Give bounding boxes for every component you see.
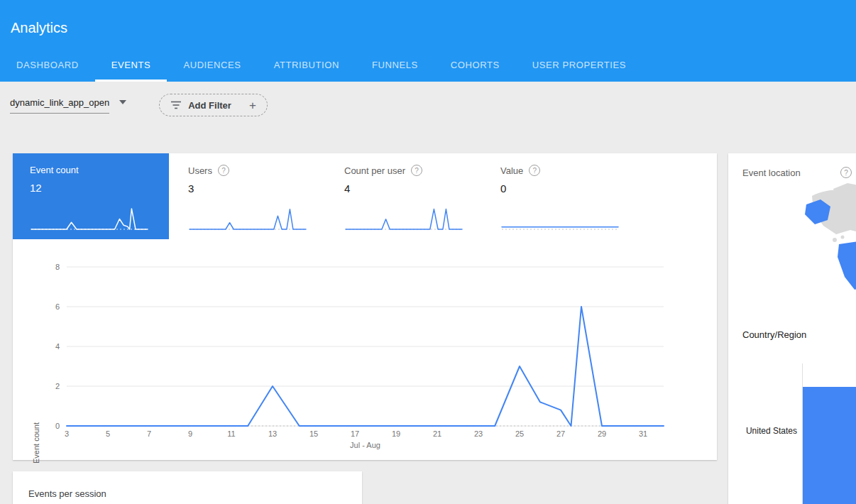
metric-label: Value (500, 165, 523, 176)
dropdown-caret-icon (119, 100, 126, 104)
app-header: Analytics DASHBOARD EVENTS AUDIENCES ATT… (0, 0, 856, 82)
map-island-dot (841, 236, 845, 239)
map-united-states-shape[interactable] (838, 240, 856, 290)
users-sparkline (188, 202, 307, 235)
svg-text:6: 6 (55, 302, 60, 311)
svg-text:31: 31 (639, 429, 647, 438)
map-island-dot (833, 238, 837, 242)
tab-cohorts[interactable]: COHORTS (434, 50, 516, 82)
tab-funnels[interactable]: FUNNELS (356, 50, 434, 82)
svg-text:7: 7 (147, 429, 151, 438)
events-per-session-card: Events per session (13, 471, 362, 504)
svg-text:11: 11 (227, 429, 235, 438)
svg-text:3: 3 (65, 429, 69, 438)
metric-tile-value[interactable]: Value ? 0 (494, 153, 650, 239)
metric-tile-event-count[interactable]: Event count 12 (13, 153, 169, 239)
metric-tile-count-per-user[interactable]: Count per user ? 4 (338, 153, 494, 239)
add-filter-label: Add Filter (188, 100, 231, 111)
svg-text:25: 25 (515, 429, 524, 438)
svg-text:19: 19 (392, 429, 400, 438)
svg-text:4: 4 (55, 342, 60, 351)
events-per-session-title: Events per session (13, 471, 362, 499)
metric-value: 4 (344, 182, 494, 195)
add-filter-button[interactable]: Add Filter + (159, 94, 268, 116)
metric-tile-users[interactable]: Users ? 3 (182, 153, 338, 239)
svg-text:17: 17 (351, 429, 359, 438)
help-icon[interactable]: ? (218, 165, 229, 176)
metric-label: Count per user (344, 165, 405, 176)
event-location-title: Event location (742, 168, 801, 178)
count-per-user-sparkline (344, 202, 463, 235)
tab-attribution[interactable]: ATTRIBUTION (258, 50, 356, 82)
tab-audiences[interactable]: AUDIENCES (167, 50, 257, 82)
metric-label: Event count (30, 165, 79, 175)
event-location-card: Event location ? Country/Region United S… (728, 153, 856, 504)
metric-value: 0 (500, 182, 650, 195)
help-icon[interactable]: ? (840, 167, 852, 178)
country-bar-label: United States (728, 426, 797, 436)
filter-icon (170, 100, 182, 110)
metric-label: Users (188, 165, 212, 176)
plus-icon: + (249, 99, 256, 111)
world-map (728, 182, 856, 324)
filter-bar: dynamic_link_app_open Add Filter + (10, 94, 268, 116)
event-selector-dropdown[interactable]: dynamic_link_app_open (10, 97, 126, 114)
svg-text:9: 9 (188, 429, 192, 438)
svg-text:0: 0 (55, 422, 60, 430)
svg-text:29: 29 (598, 429, 606, 438)
svg-text:27: 27 (556, 429, 565, 438)
event-count-chart-canvas: 0246835791113151719212325272931Jul - Aug (13, 256, 717, 460)
tab-events[interactable]: EVENTS (95, 50, 168, 82)
tab-dashboard[interactable]: DASHBOARD (0, 50, 95, 82)
value-sparkline (500, 202, 620, 235)
svg-text:23: 23 (474, 429, 483, 438)
country-bar-united-states[interactable] (803, 387, 856, 504)
metric-value: 12 (30, 182, 169, 194)
event-count-line-chart: Event count 0246835791113151719212325272… (13, 256, 717, 460)
metric-value: 3 (188, 182, 338, 195)
tab-user-properties[interactable]: USER PROPERTIES (516, 50, 642, 82)
svg-text:21: 21 (433, 429, 441, 438)
country-region-label: Country/Region (742, 329, 806, 340)
svg-text:Jul - Aug: Jul - Aug (350, 441, 380, 449)
event-count-sparkline (30, 202, 149, 235)
svg-text:2: 2 (55, 382, 60, 390)
events-overview-card: Event count 12 Users ? 3 Count per user … (13, 153, 717, 460)
svg-text:8: 8 (55, 263, 60, 271)
svg-text:13: 13 (268, 429, 277, 438)
help-icon[interactable]: ? (411, 165, 422, 176)
nav-tabs: DASHBOARD EVENTS AUDIENCES ATTRIBUTION F… (0, 50, 642, 82)
help-icon[interactable]: ? (529, 165, 540, 176)
svg-text:5: 5 (106, 429, 110, 438)
event-selector-value: dynamic_link_app_open (10, 97, 109, 114)
svg-text:15: 15 (309, 429, 318, 438)
app-title: Analytics (11, 20, 67, 36)
